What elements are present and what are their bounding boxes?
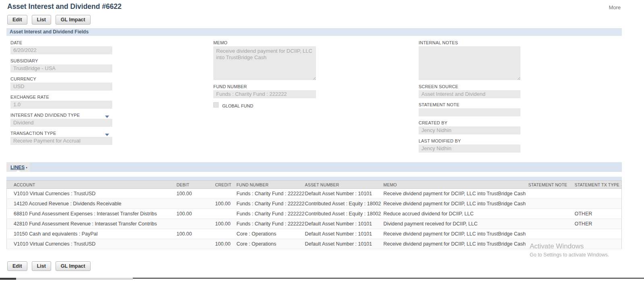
internal-notes-textarea <box>419 46 520 80</box>
column-header-statement-tx-type[interactable]: STATEMENT TX TYPE▲ <box>574 181 622 189</box>
cell-fund-number: Funds : Charity Fund : 222222 <box>236 219 304 229</box>
column-header-statement-note[interactable]: STATEMENT NOTE <box>528 181 574 189</box>
top-toolbar: Edit List GL Impact <box>7 15 91 25</box>
cell-credit <box>215 229 236 239</box>
cell-asset-number: Contributed Asset : Equity : 18002 <box>304 209 383 219</box>
cell-memo: Receive dividend payment for DCIIP, LLC … <box>383 239 528 249</box>
transaction-type-select: Receive Payment for Accrual <box>10 137 112 145</box>
horizontal-scrollbar-thumb[interactable] <box>0 278 16 280</box>
cell-memo: Receive dividend payment for DCIIP, LLC … <box>383 189 528 199</box>
statement-note-label: STATEMENT NOTE <box>419 102 520 107</box>
tab-lines-bullet: • <box>26 165 27 170</box>
currency-label: CURRENCY <box>10 76 112 81</box>
cell-statement-note <box>528 229 574 239</box>
fields-column-middle: MEMO Receive dividend payment for DCIIP,… <box>213 40 316 108</box>
cell-memo: Receive dividend payment for DCIIP, LLC … <box>383 199 528 209</box>
memo-textarea: Receive dividend payment for DCIIP, LLC … <box>213 46 316 80</box>
date-label: DATE <box>10 40 112 45</box>
watermark-subtitle: Go to Settings to activate Windows. <box>530 252 609 258</box>
subsidiary-label: SUBSIDIARY <box>10 58 112 63</box>
table-row: V1010 Virtual Currencies : TrustUSD 100.… <box>7 189 622 199</box>
fund-number-label: FUND NUMBER <box>213 84 316 89</box>
horizontal-scrollbar-track[interactable] <box>16 278 133 280</box>
fund-number-field: Funds : Charity Fund : 222222 <box>213 90 316 98</box>
column-header-debit[interactable]: DEBIT <box>176 181 215 189</box>
edit-button[interactable]: Edit <box>7 15 27 25</box>
cell-debit <box>176 219 215 229</box>
table-header-row: ACCOUNT DEBIT CREDIT FUND NUMBER ASSET N… <box>7 181 622 189</box>
column-header-account[interactable]: ACCOUNT <box>7 181 176 189</box>
fields-column-right: INTERNAL NOTES SCREEN SOURCE Asset Inter… <box>419 40 520 157</box>
edit-button[interactable]: Edit <box>7 261 27 271</box>
resize-handle-icon <box>312 76 316 80</box>
cell-credit: 100.00 <box>215 239 236 249</box>
cell-account: 10150 Cash and equivalents : PayPal <box>7 229 176 239</box>
last-modified-by-field: Jency Nidhin <box>419 145 520 153</box>
gl-impact-button[interactable]: GL Impact <box>56 15 91 25</box>
table-row: 68810 Fund Assessment Expenses : Interas… <box>7 209 622 219</box>
cell-asset-number: Default Asset Number : 10101 <box>304 229 383 239</box>
cell-asset-number: Default Asset Number : 10101 <box>304 189 383 199</box>
global-fund-row: GLOBAL FUND <box>213 102 316 108</box>
interest-dividend-type-label: INTEREST AND DIVIDEND TYPE <box>10 113 112 118</box>
gl-impact-button[interactable]: GL Impact <box>56 261 91 271</box>
global-fund-checkbox <box>213 102 219 107</box>
bottom-toolbar: Edit List GL Impact <box>7 261 91 271</box>
cell-asset-number: Default Asset Number : 10101 <box>304 219 383 229</box>
fields-column-left: DATE 6/20/2022 SUBSIDIARY TrustBridge - … <box>10 40 112 149</box>
cell-fund-number: Funds : Charity Fund : 222222 <box>236 199 304 209</box>
chevron-down-icon <box>105 116 109 118</box>
cell-fund-number: Core : Operations <box>236 229 304 239</box>
cell-credit <box>215 189 236 199</box>
table-row: 42810 Fund Assessment Revenue : Interass… <box>7 219 622 229</box>
cell-statement-tx-type <box>574 199 622 209</box>
sort-ascending-icon: ▲ <box>621 184 621 186</box>
created-by-field: Jency Nidhin <box>419 126 520 134</box>
cell-asset-number: Contributed Asset : Equity : 18002 <box>304 199 383 209</box>
cell-memo: Receive dividend payment for DCIIP, LLC … <box>383 229 528 239</box>
column-header-memo[interactable]: MEMO <box>383 181 528 189</box>
watermark-title: Activate Windows <box>530 242 609 250</box>
column-header-statement-tx-type-label: STATEMENT TX TYPE <box>575 182 620 187</box>
chevron-down-icon <box>105 134 109 136</box>
screen-source-label: SCREEN SOURCE <box>419 84 520 89</box>
cell-statement-note <box>528 219 574 229</box>
list-button[interactable]: List <box>32 261 51 271</box>
cell-statement-tx-type <box>574 189 622 199</box>
created-by-label: CREATED BY <box>419 120 520 125</box>
cell-account: 14120 Accrued Revenue : Dividends Receiv… <box>7 199 176 209</box>
cell-account: V1010 Virtual Currencies : TrustUSD <box>7 239 176 249</box>
transaction-type-label: TRANSACTION TYPE <box>10 131 112 136</box>
more-link[interactable]: More <box>609 4 621 10</box>
cell-memo: Dividend payment received for DCIIP, LLC <box>383 219 528 229</box>
table-row: 10150 Cash and equivalents : PayPal 100.… <box>7 229 622 239</box>
fields-section-header: Asset Interest and Dividend Fields <box>6 28 622 36</box>
cell-statement-note <box>528 199 574 209</box>
cell-credit <box>215 209 236 219</box>
cell-asset-number: Default Asset Number : 10101 <box>304 239 383 249</box>
cell-account: 68810 Fund Assessment Expenses : Interas… <box>7 209 176 219</box>
list-button[interactable]: List <box>32 15 51 25</box>
cell-account: V1010 Virtual Currencies : TrustUSD <box>7 189 176 199</box>
cell-statement-tx-type <box>574 229 622 239</box>
cell-memo: Reduce accrued dividend for DCIIP, LLC <box>383 209 528 219</box>
date-field: 6/20/2022 <box>10 46 112 54</box>
cell-account: 42810 Fund Assessment Revenue : Interass… <box>7 219 176 229</box>
cell-debit: 100.00 <box>176 209 215 219</box>
cell-statement-tx-type: OTHER <box>574 209 622 219</box>
column-header-credit[interactable]: CREDIT <box>215 181 236 189</box>
table-row: 14120 Accrued Revenue : Dividends Receiv… <box>7 199 622 209</box>
cell-debit: 100.00 <box>176 189 215 199</box>
page-title: Asset Interest and Dividend #6622 <box>7 2 122 11</box>
lines-table: ACCOUNT DEBIT CREDIT FUND NUMBER ASSET N… <box>6 180 622 249</box>
column-header-asset-number[interactable]: ASSET NUMBER <box>304 181 383 189</box>
column-header-fund-number[interactable]: FUND NUMBER <box>236 181 304 189</box>
memo-label: MEMO <box>213 40 316 45</box>
tab-lines[interactable]: LINES• <box>6 162 30 172</box>
record-page: Asset Interest and Dividend #6622 More E… <box>0 0 644 281</box>
internal-notes-label: INTERNAL NOTES <box>419 40 520 45</box>
tab-lines-label: LINES <box>10 165 25 170</box>
subsidiary-field: TrustBridge - USA <box>10 64 112 72</box>
subtab-accent-strip <box>6 177 622 180</box>
exchange-rate-label: EXCHANGE RATE <box>10 95 112 99</box>
